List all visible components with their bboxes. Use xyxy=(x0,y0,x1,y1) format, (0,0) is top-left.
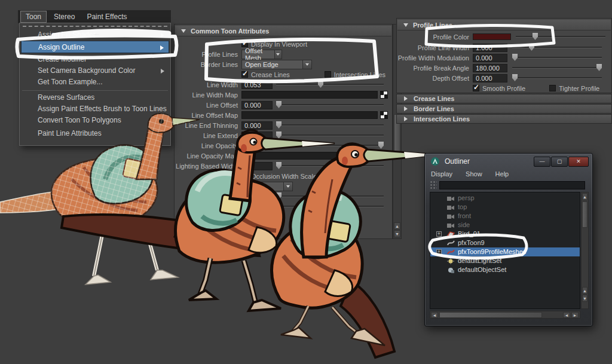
outliner-row-bird-01[interactable]: + Bird_01 xyxy=(430,230,580,238)
menu-item-get-toon-example[interactable]: Get Toon Example... xyxy=(21,77,169,88)
profile-lines-header[interactable]: Profile Lines xyxy=(397,20,611,30)
line-width-slider[interactable] xyxy=(276,84,384,85)
line-opacity-slider[interactable] xyxy=(276,145,384,146)
line-extend-field[interactable]: 0.000 xyxy=(241,131,273,140)
line-offset-field[interactable]: 0.000 xyxy=(241,101,273,109)
scroll-down-button[interactable]: ▼ xyxy=(394,230,400,237)
slider-handle[interactable] xyxy=(512,74,518,81)
slider-handle[interactable] xyxy=(276,162,281,169)
common-toon-attributes-header[interactable]: Common Toon Attributes xyxy=(175,26,391,36)
display-in-viewport-checkbox[interactable] xyxy=(241,41,248,47)
crease-lines-checkbox[interactable] xyxy=(241,71,248,78)
outliner-row-defaultlightset[interactable]: defaultLightSet xyxy=(430,256,580,265)
scroll-up-button[interactable]: ▲ xyxy=(394,222,400,230)
outliner-vertical-scrollbar[interactable]: ▲ ▲ ▼ xyxy=(581,192,589,309)
scroll-left-button[interactable]: ◄ xyxy=(563,312,570,318)
scroll-up-button[interactable]: ▲ xyxy=(582,287,587,294)
profile-color-slider[interactable] xyxy=(516,36,605,38)
slider-handle[interactable] xyxy=(529,44,534,51)
maximize-button[interactable]: ▢ xyxy=(551,157,568,167)
slider-handle[interactable] xyxy=(276,121,281,129)
line-end-thinning-slider[interactable] xyxy=(276,124,384,126)
crease-lines-section[interactable]: Crease Lines xyxy=(396,94,612,103)
texture-map-icon[interactable] xyxy=(380,152,388,160)
menu-toon[interactable]: Toon xyxy=(20,11,47,23)
lighting-based-width-field[interactable] xyxy=(241,162,273,170)
chevron-down-icon[interactable] xyxy=(302,60,311,69)
outliner-horizontal-scrollbar[interactable]: ◄ ◄ ► xyxy=(430,311,580,319)
slider-handle[interactable] xyxy=(378,142,384,149)
slider-handle[interactable] xyxy=(276,192,281,200)
line-end-thinning-field[interactable]: 0.000 xyxy=(241,121,273,130)
line-opacity-field[interactable] xyxy=(241,142,273,150)
menu-item-convert-toon-to-polygons[interactable]: Convert Toon To Polygons xyxy=(21,115,169,126)
profile-color-swatch[interactable] xyxy=(473,33,511,40)
menu-item-assign-paint-effects-brush[interactable]: Assign Paint Effects Brush to Toon Lines xyxy=(21,103,169,115)
outliner-menu-help[interactable]: Help xyxy=(495,170,509,178)
scroll-up-button[interactable]: ▲ xyxy=(582,193,587,200)
menu-item-assign-fill-shader[interactable]: Assign Fill Shader xyxy=(21,29,169,41)
outliner-row-top[interactable]: top xyxy=(430,203,580,212)
intersection-lines-checkbox[interactable] xyxy=(325,71,331,78)
scrollbar-thumb[interactable] xyxy=(439,312,542,318)
profile-line-width-slider[interactable] xyxy=(512,47,602,48)
border-lines-section[interactable]: Border Lines xyxy=(396,104,612,114)
outliner-menu-show[interactable]: Show xyxy=(466,170,482,178)
slider-handle[interactable] xyxy=(276,203,281,210)
profile-width-modulation-slider[interactable] xyxy=(512,57,602,59)
menu-item-assign-outline[interactable]: Assign Outline xyxy=(21,41,169,53)
slider-handle[interactable] xyxy=(276,131,281,139)
texture-map-icon[interactable] xyxy=(380,111,388,119)
scroll-right-button[interactable]: ► xyxy=(571,312,579,318)
border-lines-dropdown[interactable]: Open Edge xyxy=(241,60,312,69)
texture-map-icon[interactable] xyxy=(380,91,388,99)
slider-handle[interactable] xyxy=(318,81,323,88)
depth-offset-field[interactable]: 0.000 xyxy=(473,74,507,82)
outliner-row-front[interactable]: front xyxy=(430,212,580,221)
outliner-row-pfxtoon9profilemeshes[interactable]: + pfxToon9ProfileMeshes xyxy=(430,247,580,256)
chevron-down-icon[interactable] xyxy=(274,50,281,59)
outliner-titlebar[interactable]: Outliner — ▢ ✕ xyxy=(425,154,592,169)
line-opacity-map-field[interactable] xyxy=(241,152,378,160)
outliner-menu-display[interactable]: Display xyxy=(431,170,452,178)
outliner-search-input[interactable] xyxy=(439,181,585,189)
profile-width-modulation-field[interactable]: 0.000 xyxy=(473,54,507,62)
chevron-down-icon[interactable] xyxy=(283,182,292,191)
minimize-button[interactable]: — xyxy=(534,157,550,167)
expand-plus-icon[interactable]: + xyxy=(436,231,442,237)
outliner-row-defaultobjectset[interactable]: defaultObjectSet xyxy=(430,265,580,274)
profile-break-angle-field[interactable]: 180.000 xyxy=(473,64,507,72)
expand-plus-icon[interactable]: + xyxy=(436,249,442,255)
smooth-profile-checkbox[interactable] xyxy=(473,85,479,91)
profile-line-width-field[interactable]: 1.000 xyxy=(473,44,507,52)
close-button[interactable]: ✕ xyxy=(568,157,589,167)
profile-lines-dropdown[interactable]: Offset Mesh xyxy=(241,50,282,59)
profile-break-angle-slider[interactable] xyxy=(512,67,602,69)
menu-item-create-modifier[interactable]: Create Modifier xyxy=(21,54,169,65)
slider-handle[interactable] xyxy=(512,54,518,61)
menu-stereo[interactable]: Stereo xyxy=(49,11,79,22)
outliner-row-pfxtoon9[interactable]: pfxToon9 xyxy=(430,238,580,247)
slider-handle[interactable] xyxy=(596,64,602,71)
tearoff-handle[interactable] xyxy=(23,26,167,27)
menu-paint-effects[interactable]: Paint Effects xyxy=(82,11,131,22)
menu-item-paint-line-attributes[interactable]: Paint Line Attributes xyxy=(21,128,169,139)
line-width-field[interactable]: 0.053 xyxy=(241,81,273,89)
line-width-map-field[interactable] xyxy=(241,91,378,99)
slider-handle[interactable] xyxy=(533,33,538,40)
line-offset-slider[interactable] xyxy=(276,104,384,106)
scrollbar-thumb[interactable] xyxy=(582,201,587,228)
slider-handle[interactable] xyxy=(276,101,281,108)
intersection-lines-section[interactable]: Intersection Lines xyxy=(396,114,612,124)
scroll-down-button[interactable]: ▼ xyxy=(582,295,587,302)
occlusion-dropdown[interactable] xyxy=(241,182,293,191)
outliner-row-persp[interactable]: persp xyxy=(430,194,580,203)
tighter-profile-checkbox[interactable] xyxy=(549,85,556,91)
line-offset-map-field[interactable] xyxy=(241,111,378,119)
scroll-left-button[interactable]: ◄ xyxy=(431,312,438,318)
menu-item-reverse-surfaces[interactable]: Reverse Surfaces xyxy=(21,92,169,103)
lighting-based-width-slider[interactable] xyxy=(276,165,384,167)
depth-offset-slider[interactable] xyxy=(512,77,602,79)
menu-item-set-camera-background-color[interactable]: Set Camera Background Color xyxy=(21,65,169,77)
outliner-row-side[interactable]: side xyxy=(430,221,580,230)
